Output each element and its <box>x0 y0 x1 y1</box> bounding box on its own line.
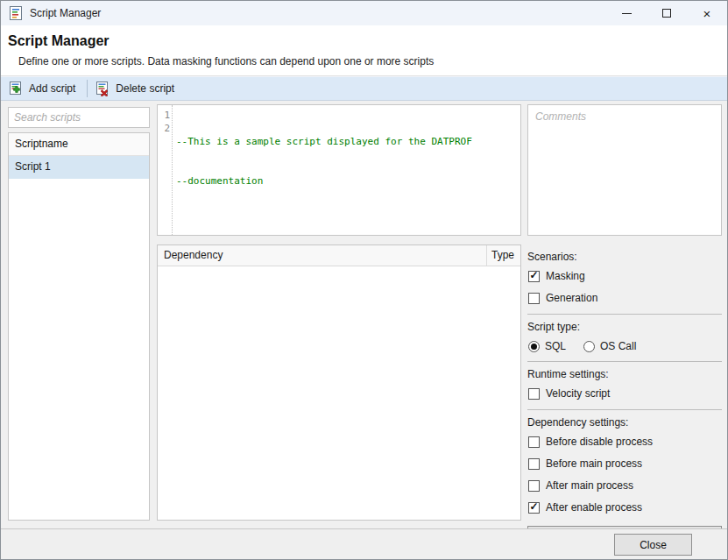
checkbox-before-disable-process[interactable]: Before disable process <box>528 436 722 448</box>
search-input[interactable] <box>8 107 150 128</box>
scenarios-label: Scenarios: <box>527 251 722 263</box>
checkbox-checked-icon: ✓ <box>528 502 540 514</box>
code-editor[interactable]: 1 2 --This is a sample script displayed … <box>157 104 521 236</box>
script-app-icon <box>9 6 23 20</box>
comments-input[interactable] <box>527 104 722 236</box>
delete-script-button[interactable]: Delete script <box>91 78 182 99</box>
checkbox-unchecked-icon <box>528 388 540 400</box>
line-number: 2 <box>158 122 170 135</box>
page-subtitle: Define one or more scripts. Data masking… <box>18 55 718 67</box>
titlebar: Script Manager × <box>1 1 727 25</box>
close-icon: × <box>703 7 711 20</box>
radio-label: SQL <box>545 340 566 352</box>
delete-script-icon <box>95 82 110 96</box>
maximize-button[interactable] <box>647 1 687 25</box>
checkbox-label: Velocity script <box>546 387 610 400</box>
checkbox-unchecked-icon <box>528 293 540 304</box>
code-line: --This is a sample script displayed for … <box>176 135 472 148</box>
section-divider <box>527 314 722 315</box>
script-type-group: SQL OS Call <box>528 340 722 352</box>
delete-script-label: Delete script <box>116 82 174 95</box>
script-list-header: Scriptname <box>9 133 149 156</box>
section-divider <box>527 361 722 362</box>
add-script-button[interactable]: Add script <box>4 78 83 99</box>
page-header: Script Manager Define one or more script… <box>1 25 727 76</box>
dependency-table[interactable]: Dependency Type <box>157 245 521 521</box>
radio-selected-icon <box>528 341 540 352</box>
add-script-label: Add script <box>29 82 75 95</box>
checkbox-label: Masking <box>546 270 585 282</box>
checkbox-after-main-process[interactable]: After main process <box>528 479 722 492</box>
checkbox-unchecked-icon <box>528 436 540 448</box>
close-button[interactable]: Close <box>614 534 692 556</box>
checkbox-checked-icon: ✓ <box>528 271 540 282</box>
checkbox-before-main-process[interactable]: Before main process <box>528 457 722 470</box>
column-header-type[interactable]: Type <box>487 245 520 266</box>
radio-label: OS Call <box>600 340 636 352</box>
toolbar-separator <box>87 80 88 97</box>
checkbox-label: After enable process <box>546 501 642 514</box>
checkbox-unchecked-icon <box>528 480 540 492</box>
checkbox-label: After main process <box>546 479 633 492</box>
dependency-settings-label: Dependency settings: <box>527 416 722 429</box>
code-content: --This is a sample script displayed for … <box>173 105 472 235</box>
column-header-dependency[interactable]: Dependency <box>158 245 487 266</box>
maximize-icon <box>662 9 671 18</box>
dependency-table-header: Dependency Type <box>158 245 520 266</box>
window-controls: × <box>606 1 727 25</box>
radio-unselected-icon <box>583 341 595 352</box>
checkbox-label: Before main process <box>546 457 642 470</box>
options-panel: Scenarios: ✓ Masking Generation Script t… <box>527 245 722 549</box>
radio-sql[interactable]: SQL <box>528 340 566 352</box>
checkbox-after-enable-process[interactable]: ✓ After enable process <box>528 501 722 514</box>
checkbox-unchecked-icon <box>528 458 540 470</box>
page-title: Script Manager <box>8 33 718 49</box>
runtime-settings-label: Runtime settings: <box>527 368 722 380</box>
script-manager-window: Script Manager × Script Manager Define o… <box>0 0 728 560</box>
toolbar: Add script Delete script <box>1 76 727 101</box>
minimize-button[interactable] <box>606 1 647 25</box>
checkbox-label: Generation <box>546 292 597 304</box>
checkbox-label: Before disable process <box>546 436 653 448</box>
script-type-label: Script type: <box>527 321 722 333</box>
line-number: 1 <box>158 109 170 122</box>
add-script-icon <box>9 82 24 96</box>
checkbox-velocity-script[interactable]: Velocity script <box>528 387 722 400</box>
radio-os-call[interactable]: OS Call <box>583 340 636 352</box>
list-item-script-1[interactable]: Script 1 <box>9 156 149 179</box>
checkbox-masking[interactable]: ✓ Masking <box>528 270 722 282</box>
checkbox-generation[interactable]: Generation <box>528 292 722 304</box>
window-title: Script Manager <box>30 7 101 19</box>
script-list: Scriptname Script 1 <box>8 132 150 521</box>
line-number-gutter: 1 2 <box>158 105 173 235</box>
code-line: --documentation <box>176 174 472 188</box>
footer-bar: Close <box>1 528 727 559</box>
minimize-icon <box>622 13 632 14</box>
section-divider <box>527 409 722 410</box>
close-window-button[interactable]: × <box>687 1 727 25</box>
